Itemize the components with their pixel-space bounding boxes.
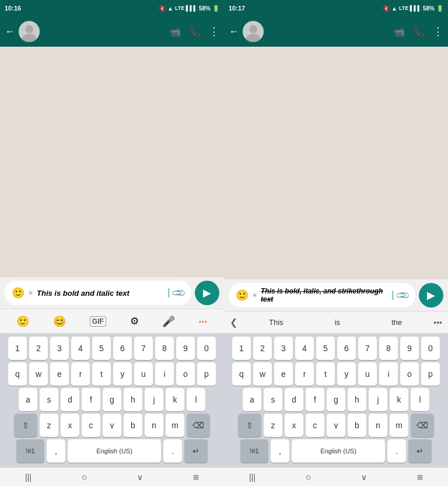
right-attach-icon[interactable]: 📎 [394, 287, 411, 303]
right-key-e[interactable]: e [274, 362, 293, 386]
right-shift-key[interactable]: ⇧ [238, 414, 261, 437]
left-key-0[interactable]: 0 [197, 337, 216, 360]
left-key-w[interactable]: w [29, 362, 48, 386]
right-key-n[interactable]: n [369, 414, 387, 437]
left-key-f[interactable]: f [82, 388, 100, 411]
left-key-9[interactable]: 9 [176, 337, 195, 360]
right-key-d[interactable]: d [285, 388, 303, 411]
right-key-b[interactable]: b [348, 414, 366, 437]
left-key-k[interactable]: k [166, 388, 184, 411]
right-key-a[interactable]: a [243, 388, 261, 411]
right-key-9[interactable]: 9 [400, 337, 419, 360]
left-contact-avatar[interactable] [19, 21, 40, 42]
right-key-7[interactable]: 7 [358, 337, 377, 360]
left-key-c[interactable]: c [82, 414, 100, 437]
right-key-l[interactable]: l [411, 388, 429, 411]
left-key-6[interactable]: 6 [113, 337, 132, 360]
left-key-4[interactable]: 4 [71, 337, 90, 360]
right-nav-apps-icon[interactable]: ⊞ [417, 473, 423, 481]
right-nav-home-icon[interactable]: ○ [306, 472, 312, 482]
left-enter-key[interactable]: ↵ [184, 439, 208, 463]
left-key-l[interactable]: l [187, 388, 205, 411]
left-key-8[interactable]: 8 [155, 337, 174, 360]
right-key-x[interactable]: x [285, 414, 303, 437]
left-key-2[interactable]: 2 [29, 337, 48, 360]
right-key-g[interactable]: g [327, 388, 345, 411]
left-key-m[interactable]: m [166, 414, 184, 437]
left-smiley-icon[interactable]: 🙂 [16, 315, 29, 328]
right-key-j[interactable]: j [369, 388, 387, 411]
right-key-y[interactable]: y [337, 362, 356, 386]
right-comma-key[interactable]: , [271, 439, 289, 463]
left-nav-home-icon[interactable]: ○ [82, 472, 88, 482]
left-key-r[interactable]: r [71, 362, 90, 386]
left-special-key[interactable]: !#1 [16, 439, 44, 463]
left-key-5[interactable]: 5 [92, 337, 111, 360]
left-sticker-icon[interactable]: 😊 [53, 315, 66, 328]
right-key-8[interactable]: 8 [379, 337, 398, 360]
right-key-4[interactable]: 4 [295, 337, 314, 360]
left-key-x[interactable]: x [61, 414, 79, 437]
left-phone-icon[interactable]: 📞 [189, 26, 201, 37]
right-key-p[interactable]: p [421, 362, 440, 386]
right-phone-icon[interactable]: 📞 [413, 26, 425, 37]
right-input-box[interactable]: 🙂 ✳ This is bold, italic, and strikethro… [229, 283, 415, 307]
left-input-box[interactable]: 🙂 ✳ This is bold and italic text 📎 [5, 281, 191, 305]
left-key-h[interactable]: h [124, 388, 142, 411]
left-key-b[interactable]: b [124, 414, 142, 437]
left-key-7[interactable]: 7 [134, 337, 153, 360]
left-key-z[interactable]: z [40, 414, 58, 437]
left-send-button[interactable]: ▶ [195, 281, 219, 305]
right-space-key[interactable]: English (US) [292, 439, 385, 463]
right-key-6[interactable]: 6 [337, 337, 356, 360]
right-key-5[interactable]: 5 [316, 337, 335, 360]
right-key-3[interactable]: 3 [274, 337, 293, 360]
right-video-icon[interactable]: 📹 [393, 26, 405, 37]
left-key-t[interactable]: t [92, 362, 111, 386]
left-period-key[interactable]: . [163, 439, 182, 463]
left-nav-menu-icon[interactable]: ||| [25, 473, 32, 482]
left-shift-key[interactable]: ⇧ [14, 414, 37, 437]
right-special-key[interactable]: !#1 [240, 439, 268, 463]
left-video-icon[interactable]: 📹 [169, 26, 181, 37]
left-key-j[interactable]: j [145, 388, 163, 411]
left-mic-icon[interactable]: 🎤 [162, 315, 175, 328]
right-key-1[interactable]: 1 [232, 337, 251, 360]
left-back-button[interactable]: ← [5, 26, 15, 38]
left-key-d[interactable]: d [61, 388, 79, 411]
right-emoji-button[interactable]: 🙂 [236, 289, 249, 302]
right-key-2[interactable]: 2 [253, 337, 272, 360]
left-emoji-button[interactable]: 🙂 [12, 286, 24, 299]
left-attach-icon[interactable]: 📎 [170, 285, 187, 301]
left-key-p[interactable]: p [197, 362, 216, 386]
left-key-3[interactable]: 3 [50, 337, 69, 360]
right-key-c[interactable]: c [306, 414, 324, 437]
right-key-o[interactable]: o [400, 362, 419, 386]
left-key-o[interactable]: o [176, 362, 195, 386]
right-key-h[interactable]: h [348, 388, 366, 411]
left-key-y[interactable]: y [113, 362, 132, 386]
left-nav-back-icon[interactable]: ∨ [137, 473, 143, 482]
right-input-text[interactable]: This is bold, italic, and strikethrough … [261, 287, 389, 303]
right-key-i[interactable]: i [379, 362, 398, 386]
right-pred-word-2[interactable]: is [335, 318, 340, 327]
right-pred-word-1[interactable]: This [269, 318, 284, 327]
left-more-dots[interactable]: ••• [199, 318, 208, 325]
right-delete-key[interactable]: ⌫ [411, 414, 434, 437]
right-key-r[interactable]: r [295, 362, 314, 386]
left-input-text[interactable]: This is bold and italic text [37, 289, 165, 298]
right-key-v[interactable]: v [327, 414, 345, 437]
right-key-f[interactable]: f [306, 388, 324, 411]
left-key-v[interactable]: v [103, 414, 121, 437]
right-key-0[interactable]: 0 [421, 337, 440, 360]
right-key-q[interactable]: q [232, 362, 251, 386]
right-pred-more[interactable]: ••• [428, 318, 448, 327]
right-more-icon[interactable]: ⋮ [433, 25, 443, 38]
right-key-w[interactable]: w [253, 362, 272, 386]
right-key-z[interactable]: z [264, 414, 282, 437]
left-nav-apps-icon[interactable]: ⊞ [193, 473, 199, 481]
left-settings-icon[interactable]: ⚙ [130, 315, 139, 327]
right-nav-back-icon[interactable]: ∨ [361, 473, 367, 482]
left-space-key[interactable]: English (US) [68, 439, 161, 463]
right-key-u[interactable]: u [358, 362, 377, 386]
